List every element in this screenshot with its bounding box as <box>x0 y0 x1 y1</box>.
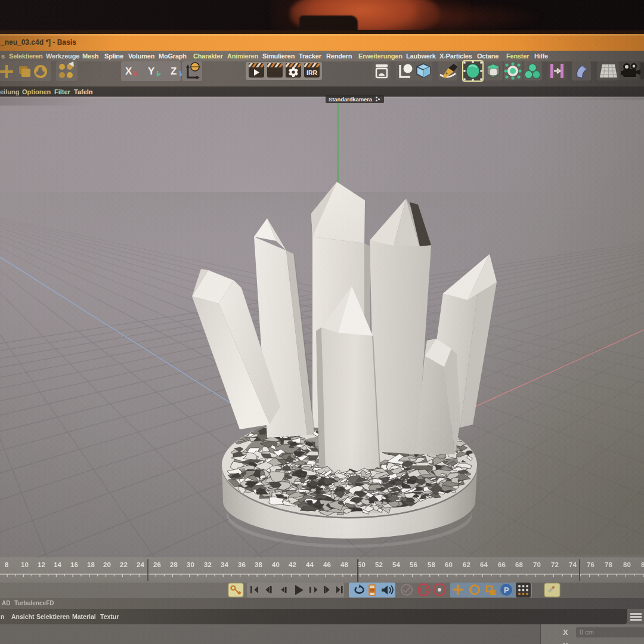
svg-text:X: X <box>125 66 132 77</box>
svg-text:Z: Z <box>171 66 177 77</box>
svg-text:P: P <box>504 586 509 595</box>
svg-text:Y: Y <box>148 66 155 77</box>
svg-text:IRR: IRR <box>306 69 318 76</box>
